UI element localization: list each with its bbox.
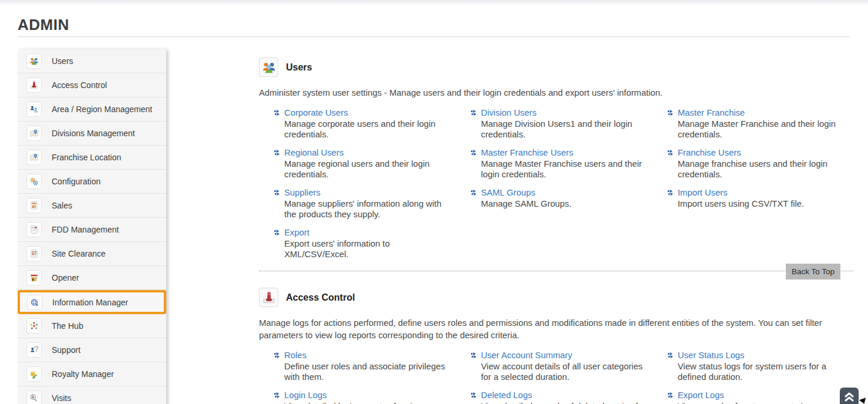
sidebar-item-the-hub[interactable]: The Hub <box>18 314 166 338</box>
admin-sidebar: Users Access Control Area / Region Manag… <box>18 49 166 404</box>
sidebar-item-divisions-management[interactable]: Divisions Management <box>18 122 166 146</box>
sidebar-item-support[interactable]: Support <box>18 338 166 362</box>
users-icon <box>26 53 42 69</box>
link-bullet-icon <box>274 110 280 116</box>
area-region-icon <box>26 102 42 117</box>
link-description: Manage franchise users and their login c… <box>678 159 849 180</box>
sidebar-item-fdd-management[interactable]: FDD Management <box>18 218 166 242</box>
sidebar-item-information-manager[interactable]: Information Manager <box>18 290 166 314</box>
fdd-document-icon <box>26 222 42 237</box>
configuration-gears-icon <box>26 174 42 189</box>
link-item: Regional Users Manage regional users and… <box>274 148 471 180</box>
link-item: Import Users Import users using CSV/TXT … <box>668 188 853 220</box>
link-bullet-icon <box>274 392 280 398</box>
sidebar-item-site-clearance[interactable]: Site Clearance <box>18 242 166 266</box>
sidebar-item-franchise-location[interactable]: Franchise Location <box>18 146 166 170</box>
link-item: Master Franchise Users Manage Master Fra… <box>471 148 668 180</box>
link-item: User Status Logs View status logs for sy… <box>668 351 853 382</box>
link-master-franchise[interactable]: Master Franchise <box>678 108 745 117</box>
link-roles[interactable]: Roles <box>284 351 307 360</box>
link-description: View detailed login reports of various s… <box>284 401 456 404</box>
users-section-description: Administer system user settings - Manage… <box>259 87 853 99</box>
link-description: View records of system exports in a sele… <box>678 401 849 404</box>
site-clearance-icon <box>26 246 42 261</box>
link-description: View detailed records of deleted entries… <box>481 401 652 404</box>
link-item: Division Users Manage Division Users1 an… <box>471 108 668 140</box>
scroll-to-top-button[interactable] <box>840 388 859 404</box>
link-description: Manage corporate users and their login c… <box>284 119 456 140</box>
section-divider: Back To Top <box>259 271 853 272</box>
sidebar-item-label: FDD Management <box>52 225 119 234</box>
link-saml-groups[interactable]: SAML Groups <box>481 188 535 197</box>
link-item: Roles Define user roles and associate pr… <box>274 351 471 382</box>
sidebar-item-label: Sales <box>52 201 72 210</box>
sidebar-item-label: Site Clearance <box>52 249 106 258</box>
access-control-seal-icon <box>259 288 278 307</box>
link-bullet-icon <box>668 392 674 398</box>
sidebar-item-label: Configuration <box>52 177 100 186</box>
link-division-users[interactable]: Division Users <box>481 108 537 117</box>
link-master-franchise-users[interactable]: Master Franchise Users <box>481 148 573 157</box>
access-control-section-header: Access Control <box>259 288 853 307</box>
link-item: Franchise Users Manage franchise users a… <box>668 148 853 180</box>
link-franchise-users[interactable]: Franchise Users <box>678 148 741 157</box>
sidebar-item-label: Area / Region Management <box>52 105 152 114</box>
link-login-logs[interactable]: Login Logs <box>284 390 327 400</box>
link-suppliers[interactable]: Suppliers <box>284 188 321 197</box>
page-title: ADMIN <box>18 16 69 34</box>
link-user-account-summary[interactable]: User Account Summary <box>481 351 572 360</box>
sidebar-item-configuration[interactable]: Configuration <box>18 170 166 194</box>
link-item: Login Logs View detailed login reports o… <box>274 390 471 404</box>
link-description: Manage Division Users1 and their login c… <box>481 119 652 140</box>
link-item: Export Logs View records of system expor… <box>668 390 853 404</box>
sales-icon <box>26 198 42 213</box>
users-section-header: Users <box>259 58 853 77</box>
link-item: Export Export users' information to XML/… <box>274 228 471 260</box>
royalty-manager-icon <box>26 366 42 382</box>
link-item: Suppliers Manage suppliers' information … <box>274 188 471 220</box>
access-control-icon <box>26 78 42 93</box>
opener-storefront-icon <box>26 270 42 285</box>
sidebar-item-area-region-management[interactable]: Area / Region Management <box>18 97 166 122</box>
main-content: Users Administer system user settings - … <box>259 58 853 404</box>
sidebar-item-sales[interactable]: Sales <box>18 194 166 218</box>
link-bullet-icon <box>471 392 477 398</box>
link-user-status-logs[interactable]: User Status Logs <box>678 351 745 360</box>
link-description: Manage suppliers' information along with… <box>284 198 456 220</box>
users-links-grid: Corporate Users Manage corporate users a… <box>274 108 853 268</box>
link-item: SAML Groups Manage SAML Groups. <box>471 188 668 220</box>
link-export[interactable]: Export <box>284 228 309 237</box>
link-item: Deleted Logs View detailed records of de… <box>471 390 668 404</box>
link-regional-users[interactable]: Regional Users <box>284 148 344 157</box>
sidebar-item-label: Franchise Location <box>52 153 121 162</box>
link-bullet-icon <box>471 110 477 116</box>
link-bullet-icon <box>274 190 280 196</box>
sidebar-item-visits[interactable]: Visits <box>18 386 166 404</box>
link-deleted-logs[interactable]: Deleted Logs <box>481 390 532 400</box>
link-export-logs[interactable]: Export Logs <box>678 390 724 400</box>
link-import-users[interactable]: Import Users <box>678 188 728 197</box>
sidebar-item-users[interactable]: Users <box>18 49 166 73</box>
sidebar-item-label: Opener <box>52 273 79 282</box>
link-item: Corporate Users Manage corporate users a… <box>274 108 471 140</box>
divisions-icon <box>26 126 42 141</box>
users-section-title: Users <box>286 62 312 73</box>
link-corporate-users[interactable]: Corporate Users <box>284 108 348 117</box>
link-description: Export users' information to XML/CSV/Exc… <box>284 238 456 260</box>
link-description: Manage Master Franchise and their login … <box>678 119 849 140</box>
back-to-top-button[interactable]: Back To Top <box>786 264 840 280</box>
sidebar-item-opener[interactable]: Opener <box>18 266 166 290</box>
link-description: Manage SAML Groups. <box>481 198 652 209</box>
link-bullet-icon <box>471 150 477 156</box>
access-control-section-description: Manage logs for actions performed, defin… <box>259 317 853 342</box>
sidebar-item-label: Information Manager <box>52 298 128 307</box>
users-group-icon <box>259 58 278 77</box>
link-bullet-icon <box>668 352 674 358</box>
sidebar-item-royalty-manager[interactable]: Royalty Manager <box>18 362 166 386</box>
sidebar-item-access-control[interactable]: Access Control <box>18 73 166 97</box>
access-control-links-grid: Roles Define user roles and associate pr… <box>274 351 853 404</box>
title-divider <box>18 36 850 37</box>
visits-magnifier-icon <box>26 390 42 404</box>
franchise-location-icon <box>26 150 42 165</box>
support-icon <box>26 342 42 358</box>
